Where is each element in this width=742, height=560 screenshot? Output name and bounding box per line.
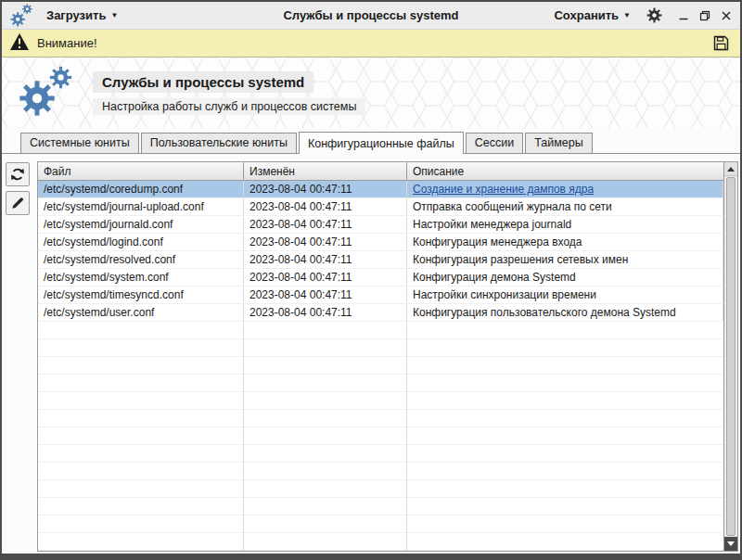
- settings-gear-button[interactable]: [645, 6, 664, 25]
- table-row[interactable]: /etc/systemd/resolved.conf 2023-08-04 00…: [38, 251, 723, 269]
- cell-file: /etc/systemd/timesyncd.conf: [38, 286, 244, 303]
- app-gears-icon: [8, 2, 35, 29]
- table-row[interactable]: /etc/systemd/journal-upload.conf 2023-08…: [38, 198, 723, 216]
- tab-timers[interactable]: Таймеры: [525, 133, 593, 153]
- cell-description[interactable]: Конфигурация менеджера входа: [407, 234, 723, 250]
- cell-file: /etc/systemd/journald.conf: [38, 216, 244, 233]
- tab-system-units[interactable]: Системные юниты: [20, 133, 139, 153]
- page-title: Службы и процессы systemd: [93, 71, 313, 93]
- gear-icon: [646, 7, 662, 23]
- cell-file: /etc/systemd/resolved.conf: [38, 251, 244, 268]
- cell-modified: 2023-08-04 00:47:11: [244, 304, 407, 321]
- cell-modified: 2023-08-04 00:47:11: [244, 234, 407, 250]
- cell-description[interactable]: Конфигурация разрешения сетевых имен: [407, 251, 723, 268]
- titlebar: Загрузить ▼ Службы и процессы systemd Со…: [2, 2, 740, 30]
- chevron-down-icon: ▼: [110, 12, 118, 19]
- table-row[interactable]: /etc/systemd/journald.conf 2023-08-04 00…: [38, 216, 723, 234]
- tab-sessions[interactable]: Сессии: [466, 133, 523, 153]
- app-window: Загрузить ▼ Службы и процессы systemd Со…: [0, 0, 742, 560]
- column-separator: [406, 322, 407, 551]
- cell-modified: 2023-08-04 00:47:11: [244, 216, 407, 233]
- table-row[interactable]: /etc/systemd/system.conf 2023-08-04 00:4…: [38, 269, 723, 286]
- cell-description[interactable]: Настройки менеджера journald: [407, 216, 723, 233]
- tab-user-units[interactable]: Пользовательские юниты: [141, 133, 297, 153]
- warning-icon: [9, 32, 30, 55]
- warning-bar: Внимание!: [2, 30, 740, 57]
- side-toolbar: [6, 161, 35, 552]
- column-header-modified[interactable]: Изменён: [244, 162, 407, 180]
- minimize-button[interactable]: [676, 8, 691, 23]
- close-button[interactable]: [719, 8, 734, 23]
- cell-file: /etc/systemd/coredump.conf: [38, 181, 244, 197]
- header-gears-icon: [19, 64, 74, 121]
- chevron-down-icon: ▼: [623, 12, 631, 19]
- save-button-label: Сохранить: [554, 8, 619, 22]
- tab-content: Файл Изменён Описание /etc/systemd/cored…: [2, 153, 740, 554]
- table-row[interactable]: /etc/systemd/timesyncd.conf 2023-08-04 0…: [38, 286, 723, 304]
- save-file-button[interactable]: [710, 32, 733, 55]
- pencil-icon: [9, 195, 26, 211]
- table-empty-area: [38, 322, 723, 551]
- cell-file: /etc/systemd/user.conf: [38, 304, 244, 321]
- edit-button[interactable]: [6, 191, 30, 215]
- triangle-up-icon: [727, 167, 735, 172]
- table-body: /etc/systemd/coredump.conf 2023-08-04 00…: [38, 181, 723, 322]
- table-row[interactable]: /etc/systemd/user.conf 2023-08-04 00:47:…: [38, 304, 723, 322]
- cell-modified: 2023-08-04 00:47:11: [244, 198, 407, 215]
- save-button[interactable]: Сохранить ▼: [548, 6, 636, 25]
- window-controls: [676, 8, 734, 23]
- page-header: Службы и процессы systemd Настройка рабо…: [2, 57, 740, 128]
- triangle-down-icon: [727, 541, 735, 546]
- cell-description[interactable]: Настройки синхронизации времени: [407, 286, 723, 303]
- cell-description[interactable]: Конфигурация демона Systemd: [407, 269, 723, 286]
- refresh-button[interactable]: [6, 162, 30, 186]
- config-files-table: Файл Изменён Описание /etc/systemd/cored…: [37, 161, 738, 552]
- cell-modified: 2023-08-04 00:47:11: [244, 269, 407, 286]
- restore-button[interactable]: [697, 8, 712, 23]
- vertical-scrollbar: [723, 162, 737, 551]
- table-row[interactable]: /etc/systemd/coredump.conf 2023-08-04 00…: [38, 181, 723, 198]
- table-header: Файл Изменён Описание: [38, 162, 723, 181]
- tab-config-files[interactable]: Конфигурационные файлы: [299, 132, 464, 154]
- load-button[interactable]: Загрузить ▼: [41, 6, 123, 25]
- scroll-down-button[interactable]: [724, 537, 737, 551]
- cell-description[interactable]: Конфигурация пользовательского демона Sy…: [407, 304, 723, 321]
- column-separator: [243, 322, 244, 551]
- column-header-description[interactable]: Описание: [407, 162, 723, 180]
- table-row[interactable]: /etc/systemd/logind.conf 2023-08-04 00:4…: [38, 234, 723, 251]
- cell-modified: 2023-08-04 00:47:11: [244, 286, 407, 303]
- cell-file: /etc/systemd/system.conf: [38, 269, 244, 286]
- scrollbar-thumb[interactable]: [726, 177, 736, 536]
- warning-text: Внимание!: [37, 36, 97, 50]
- column-header-file[interactable]: Файл: [38, 162, 244, 180]
- cell-file: /etc/systemd/journal-upload.conf: [38, 198, 244, 215]
- cell-description[interactable]: Отправка сообщений журнала по сети: [407, 198, 723, 215]
- floppy-icon: [711, 33, 731, 53]
- tab-bar: Системные юниты Пользовательские юниты К…: [2, 128, 740, 153]
- refresh-icon: [8, 165, 27, 184]
- page-subtitle: Настройка работы служб и процессов систе…: [93, 98, 365, 115]
- cell-file: /etc/systemd/logind.conf: [38, 234, 244, 250]
- cell-modified: 2023-08-04 00:47:11: [244, 251, 407, 268]
- scroll-up-button[interactable]: [724, 162, 737, 176]
- load-button-label: Загрузить: [46, 8, 106, 22]
- cell-modified: 2023-08-04 00:47:11: [244, 181, 407, 197]
- cell-description[interactable]: Создание и хранение дампов ядра: [407, 181, 723, 197]
